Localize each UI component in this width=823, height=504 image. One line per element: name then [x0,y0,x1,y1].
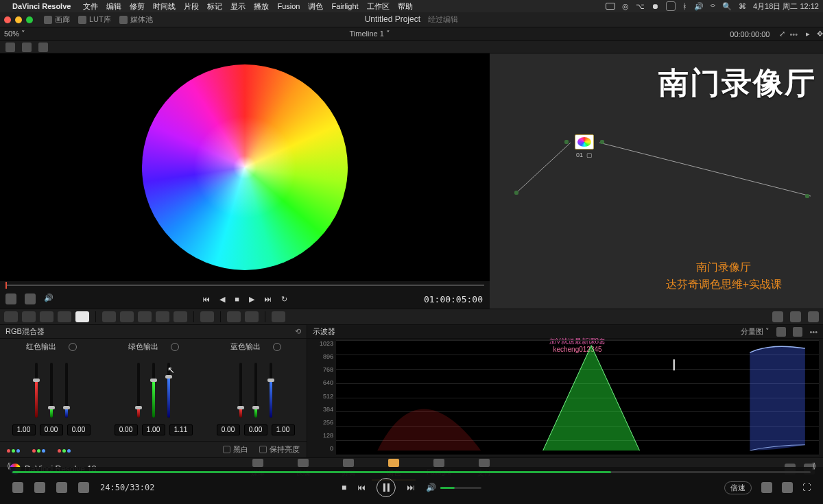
channel-reset-icon[interactable] [69,343,77,351]
wifi-icon[interactable]: ⌔ [711,2,715,10]
player-prev-icon[interactable]: ⟪ [7,461,11,470]
record-icon[interactable]: ⏺ [652,2,659,10]
scope-toggle-icon[interactable] [790,311,801,322]
system-clock[interactable]: 4月18日 周二 12:12 [753,1,819,12]
annotation-icon[interactable] [5,43,15,52]
slider-red[interactable] [235,363,246,418]
toggle-icon[interactable] [606,3,615,10]
scopes-view-dropdown[interactable]: 分量图 ˅ [741,326,770,337]
slider-green[interactable] [148,363,159,418]
player-progress[interactable] [12,471,811,473]
scopes-grid-icon[interactable] [793,327,802,337]
scopes-layout-icon[interactable] [776,327,786,337]
player-fullscreen-icon[interactable]: ⛶ [802,483,811,492]
value-r[interactable]: 0.00 [217,424,240,435]
player-capture-icon[interactable] [34,482,45,493]
control-center-icon[interactable]: ⌘ [739,2,746,11]
player-pause-button[interactable] [377,478,396,497]
value-b[interactable]: 1.00 [272,424,295,435]
timeline-name[interactable]: Timeline 1 ˅ [38,29,701,38]
slider-blue[interactable] [163,363,174,418]
value-b[interactable]: 1.11 [169,424,193,435]
bypass-icon[interactable] [5,293,16,304]
value-g[interactable]: 0.00 [40,424,63,435]
player-next-icon[interactable]: ⟫ [812,461,816,470]
eye-icon[interactable] [772,311,783,322]
preset-2[interactable] [32,446,47,454]
value-r[interactable]: 1.00 [12,424,36,435]
slider-green[interactable] [46,363,57,418]
player-next-button[interactable]: ⏭ [407,483,415,492]
sizing-icon[interactable] [156,311,169,322]
app-menus[interactable]: 文件编辑修剪时间线片段标记显示播放Fusion调色Fairlight工作区帮助 [79,1,416,12]
preset-3[interactable] [58,446,72,454]
bluetooth-icon[interactable]: ᚼ [682,2,687,10]
3d-icon[interactable] [174,311,187,322]
bw-checkbox[interactable]: 黑白 [223,444,248,455]
expand-icon[interactable]: ⤢ [779,29,785,38]
hand-icon[interactable]: ✥ [817,29,823,38]
extra3-icon[interactable] [272,311,285,322]
key-icon[interactable] [138,311,152,322]
pointer-icon[interactable]: ▸ [806,29,810,38]
scope-plot[interactable]: 加V就送最新课8套 kecheng012345 [336,340,819,455]
wechat-icon[interactable]: ⌥ [636,2,645,11]
value-b[interactable]: 0.00 [67,424,91,435]
screen-icon[interactable] [666,1,676,11]
channel-reset-icon[interactable] [273,343,281,351]
volume-icon[interactable]: 🔊 [694,2,704,11]
curves-icon[interactable] [22,311,36,322]
node-editor[interactable]: 南门录像厅 01 ▢ 南门录像厅 达芬奇调色思维+实战课 [490,53,823,309]
window-controls[interactable] [4,16,33,23]
first-frame-button[interactable]: ⏮ [202,295,210,303]
channel-reset-icon[interactable] [171,343,179,351]
slider-blue[interactable] [265,363,276,418]
search-icon[interactable]: 🔍 [722,2,732,11]
info-icon[interactable] [808,311,819,322]
prev-frame-button[interactable]: ◀ [219,295,225,304]
loop-button[interactable]: ↻ [281,295,287,304]
preset-rgb[interactable] [7,446,21,454]
player-link-icon[interactable] [761,482,772,493]
value-r[interactable]: 0.00 [115,424,138,435]
slider-green[interactable] [250,363,261,418]
next-frame-button[interactable]: ⏭ [264,295,272,303]
node-output[interactable] [805,194,809,198]
preserve-luma-checkbox[interactable]: 保持亮度 [259,444,300,455]
mixer-reset-icon[interactable]: ⟲ [295,327,301,336]
clock-icon[interactable]: ◎ [622,2,629,11]
speaker-icon[interactable]: 🔊 [44,293,53,304]
source-timecode[interactable]: 00:00:00:00 [701,30,770,38]
zoom-dropdown[interactable]: 50% ˅ [4,29,38,38]
viewer-canvas[interactable] [0,53,490,281]
header-tab-gallery[interactable]: 画廊 [40,13,74,26]
slider-red[interactable] [133,363,144,418]
player-prev-button[interactable]: ⏮ [357,483,366,492]
stop-button[interactable]: ■ [235,295,239,303]
tracking-icon[interactable] [102,311,116,322]
split-icon[interactable] [25,293,36,304]
viewer-timecode[interactable]: 01:00:05:00 [424,294,483,304]
player-stop-button[interactable]: ■ [342,483,346,492]
options-icon[interactable]: ••• [789,30,798,38]
qualifier-icon[interactable] [40,311,53,322]
player-share-icon[interactable] [12,482,23,493]
primaries-icon[interactable] [4,311,18,322]
player-note-icon[interactable] [56,482,67,493]
extra2-icon[interactable] [245,311,259,322]
scopes-options-icon[interactable]: ••• [809,328,818,336]
play-button[interactable]: ▶ [249,295,254,304]
node-input[interactable] [514,191,518,195]
effects-icon[interactable] [200,311,214,322]
color-node[interactable]: 01 ▢ [572,134,597,158]
slider-blue[interactable] [61,363,72,418]
wand-icon[interactable] [38,43,48,52]
player-speed[interactable]: 倍速 [724,481,752,494]
player-subtitle-icon[interactable] [78,482,89,493]
overlay-icon[interactable] [22,43,32,52]
blur-icon[interactable] [120,311,134,322]
player-volume[interactable]: 🔊 [426,483,481,492]
player-pip-icon[interactable] [782,482,793,493]
header-tab-mediapool[interactable]: 媒体池 [115,13,157,26]
viewer-scrubber[interactable] [0,281,490,289]
